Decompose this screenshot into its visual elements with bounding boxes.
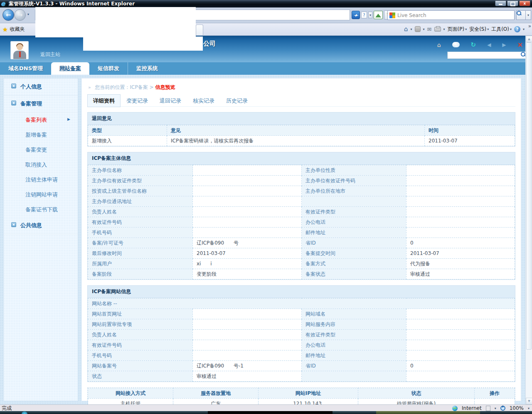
browser-tab[interactable] [196, 24, 203, 35]
table-row: 手机号码邮件地址 [88, 228, 515, 238]
taskbar-window[interactable] [208, 411, 332, 414]
sidebar-group-1[interactable]: 个人信息 [4, 78, 78, 96]
header-chat-icon[interactable] [452, 42, 460, 47]
nav-tab-3[interactable]: 短信群发 [89, 62, 128, 75]
print-icon[interactable] [434, 27, 441, 32]
field-value [406, 330, 515, 340]
start-orb-icon[interactable] [22, 412, 27, 414]
safety-menu[interactable]: 安全(S) ▾ [469, 26, 489, 33]
sidebar-item-7[interactable]: 注销主体申请 [4, 172, 78, 187]
web-page: 公司 返回主站 ⌂ ↻ ◀ ▶ × 域名DNS管理网站备案短信群发监控系统 个人… [0, 36, 532, 404]
field-value [406, 350, 515, 361]
back-to-main-link[interactable]: 返回主站 [40, 51, 60, 58]
sidebar-item-6[interactable]: 取消接入 [4, 157, 78, 172]
mail-icon[interactable]: ✉ [427, 26, 432, 32]
field-value [193, 350, 302, 361]
taskbar-window[interactable] [376, 411, 480, 414]
zoom-icon[interactable] [500, 406, 505, 411]
table-row: 负责人姓名有效证件类型 [88, 330, 515, 340]
zoom-level[interactable]: 100% [510, 405, 524, 411]
toolbar-overflow-icon[interactable]: » [528, 23, 531, 29]
sidebar-item-4[interactable]: 新增备案 [4, 127, 78, 142]
home-dropdown-icon[interactable]: ▾ [411, 27, 412, 31]
field-label: 投资或上级主管单位名称 [88, 186, 193, 196]
search-options-dropdown[interactable]: ▾ [526, 10, 531, 20]
home-icon[interactable]: ⌂ [404, 25, 408, 33]
sidebar-item-8[interactable]: 注销网站申请 [4, 187, 78, 202]
minimize-button[interactable] [495, 0, 506, 6]
tools-menu[interactable]: 工具(O) ▾ [491, 26, 512, 33]
restore-button[interactable] [507, 0, 518, 6]
sidebar-item-3[interactable]: 备案列表▶ [4, 113, 78, 127]
zone-dropdown-icon[interactable]: ▾ [495, 407, 496, 410]
addon-help-icon[interactable]: ? [361, 12, 367, 18]
scroll-up-icon[interactable]: ▲ [526, 36, 532, 42]
field-value: 2011-03-07 [193, 248, 302, 259]
cell-value: ICP备案密码错误，请核实后再次报备 [167, 136, 425, 146]
detail-tab-3[interactable]: 退回记录 [154, 95, 187, 107]
header-search-input[interactable] [447, 51, 527, 59]
table-row: 备案/许可证号辽ICP备090 号省ID0 [88, 238, 515, 248]
header-refresh-icon[interactable]: ↻ [471, 41, 476, 49]
live-search-input[interactable]: Live Search [387, 10, 515, 20]
sidebar-item-9[interactable]: 备案证书下载 [4, 202, 78, 217]
sidebar-group-icon [11, 83, 16, 88]
field-value [193, 165, 302, 176]
scroll-down-icon[interactable]: ▼ [526, 398, 532, 404]
history-dropdown-icon[interactable]: ▾ [27, 12, 29, 16]
rss-feed-icon[interactable] [415, 26, 421, 32]
protected-mode-icon[interactable] [486, 406, 490, 411]
field-value [406, 165, 515, 176]
close-button[interactable]: x [519, 0, 530, 6]
company-name: 公司 [203, 40, 216, 48]
table-row: 备案阶段变更阶段备案状态审核通过 [88, 269, 515, 279]
nav-tab-1[interactable]: 域名DNS管理 [0, 62, 51, 75]
header-close-icon[interactable]: × [517, 41, 523, 49]
detail-tab-1[interactable]: 详细资料 [87, 94, 121, 107]
field-label: 主办单位通讯地址 [88, 196, 193, 207]
field-label: 有效证件号码 [88, 340, 193, 350]
content-panel: » 您当前的位置：ICP备案 > 信息预览 详细资料变更记录退回记录核实记录历史… [81, 78, 521, 401]
detail-tab-5[interactable]: 历史记录 [220, 95, 254, 107]
page-menu[interactable]: 页面(P) ▾ [448, 26, 467, 33]
sidebar-group-2[interactable]: 备案管理 [4, 96, 78, 113]
back-button[interactable]: ← [2, 9, 14, 21]
field-label: 主办单位性质 [302, 165, 406, 176]
table-row: 网站备案号辽ICP备090 号-1省ID0 [88, 361, 515, 371]
search-go-button[interactable] [516, 10, 526, 20]
cell-value: 2011-03-07 [425, 136, 515, 146]
detail-tab-2[interactable]: 变更记录 [121, 95, 154, 107]
return-opinion-table: 类型意见时间新增接入ICP备案密码错误，请核实后再次报备2011-03-07 [88, 125, 515, 146]
print-dropdown-icon[interactable]: ▾ [443, 27, 445, 31]
nav-tab-4[interactable]: 监控系统 [128, 62, 166, 75]
snapshot-button[interactable] [374, 11, 383, 19]
favorites-button[interactable]: 收藏夹 [10, 26, 25, 33]
submenu-arrow-icon: ▶ [67, 117, 70, 121]
field-label: 最后修改时间 [88, 248, 193, 259]
redaction-overlay [35, 7, 196, 37]
help-icon[interactable]: ? [514, 26, 520, 32]
scrollbar-thumb[interactable] [526, 42, 532, 350]
breadcrumb-current: 信息预览 [155, 84, 175, 90]
table-row: 主办单位通讯地址 [88, 196, 515, 207]
field-label: 备案状态 [302, 269, 406, 279]
header-home-icon[interactable]: ⌂ [437, 42, 441, 48]
rss-dropdown-icon[interactable]: ▾ [423, 27, 425, 31]
addon-bird-icon[interactable] [352, 11, 360, 19]
vertical-scrollbar[interactable]: ▲ ▼ [525, 36, 532, 404]
help-dropdown-icon[interactable]: ▾ [523, 27, 525, 31]
forward-button[interactable]: → [14, 9, 26, 21]
field-value [406, 207, 515, 217]
header-next-icon[interactable]: ▶ [502, 42, 506, 48]
zoom-dropdown-icon[interactable]: ▾ [528, 407, 530, 410]
field-label: 负责人姓名 [88, 207, 193, 217]
detail-tab-4[interactable]: 核实记录 [187, 95, 220, 107]
safety-menu-dropdown-icon: ▾ [487, 27, 489, 31]
sidebar-group-10[interactable]: 公共信息 [4, 217, 78, 234]
nav-tab-2[interactable]: 网站备案 [51, 62, 89, 75]
addon-dropdown-icon[interactable]: ▾ [368, 12, 372, 18]
sidebar-item-5[interactable]: 备案变更 [4, 142, 78, 157]
header-prev-icon[interactable]: ◀ [487, 42, 491, 48]
favorites-star-icon: ★ [2, 26, 8, 33]
cell-value: 新增接入 [88, 136, 167, 146]
